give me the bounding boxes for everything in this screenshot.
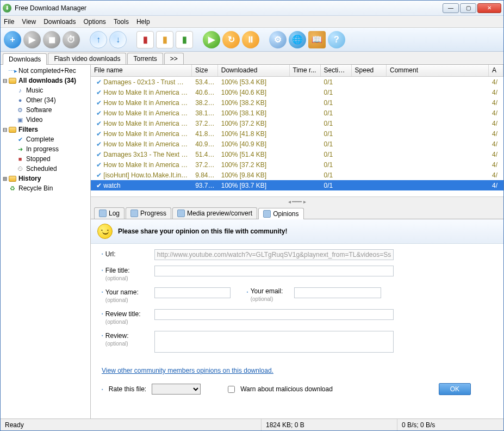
- check-icon: ✔: [96, 161, 102, 169]
- titlebar: ⬇ Free Download Manager — ▢ ✕: [1, 1, 503, 16]
- tree-scheduled[interactable]: ⏲Scheduled: [1, 164, 90, 174]
- table-row[interactable]: ✔ How to Make It in America 1x ...40.6 K…: [91, 87, 503, 97]
- col-time-remaining[interactable]: Time r...: [290, 65, 321, 76]
- table-row[interactable]: ✔ Damages - 02x13 - Trust Me.srt53.4 KB1…: [91, 77, 503, 87]
- col-sections[interactable]: Sections: [321, 65, 352, 76]
- col-added[interactable]: A: [489, 65, 503, 76]
- settings-button[interactable]: ⚙: [269, 31, 287, 48]
- review-textarea[interactable]: [154, 331, 394, 353]
- add-download-button[interactable]: +: [4, 31, 21, 48]
- browser-button[interactable]: 🌐: [289, 31, 306, 48]
- table-row[interactable]: ✔ How to Make It in America 1x ...38.1 K…: [91, 108, 503, 118]
- progress-icon: [130, 210, 138, 217]
- tree-not-completed[interactable]: ⋯▸Not completed+Rec: [1, 66, 90, 76]
- url-input[interactable]: [154, 249, 394, 260]
- help-book-button[interactable]: 📖: [308, 31, 326, 48]
- menu-file[interactable]: File: [4, 18, 14, 26]
- check-icon: ✔: [96, 89, 102, 96]
- stop-button[interactable]: ◼: [43, 31, 60, 48]
- sidebar-tree: ⋯▸Not completed+Rec ⊟All downloads (34) …: [1, 65, 91, 418]
- tab-log[interactable]: Log: [94, 207, 125, 219]
- view-opinions-link[interactable]: View other community members opinions on…: [102, 367, 273, 374]
- table-row[interactable]: ✔ How to Make It in America 1x ...37.2 K…: [91, 118, 503, 128]
- close-button[interactable]: ✕: [477, 3, 501, 13]
- menu-view[interactable]: View: [22, 18, 36, 26]
- check-icon: ✔: [96, 109, 102, 117]
- col-size[interactable]: Size: [192, 65, 218, 76]
- grid-body[interactable]: ✔ Damages - 02x13 - Trust Me.srt53.4 KB1…: [91, 77, 503, 196]
- move-up-button[interactable]: ↑: [90, 31, 107, 48]
- tree-recycle-bin[interactable]: ♻Recycle Bin: [1, 183, 90, 193]
- col-downloaded[interactable]: Downloaded: [218, 65, 290, 76]
- log-icon: [99, 210, 107, 217]
- file-title-label: File title:: [105, 267, 130, 274]
- tab-more[interactable]: >>: [164, 53, 184, 64]
- opinion-panel: Please share your opinion on this file w…: [91, 219, 503, 418]
- table-row[interactable]: ✔ watch93.7 KB100% [93.7 KB]0/14/: [91, 180, 503, 190]
- table-row[interactable]: ✔ Damages 3x13 - The Next One ...51.4 KB…: [91, 149, 503, 159]
- traffic-heavy-button[interactable]: ▮: [176, 31, 193, 48]
- check-icon: ✔: [96, 130, 102, 138]
- maximize-button[interactable]: ▢: [460, 3, 476, 13]
- move-down-button[interactable]: ↓: [109, 31, 127, 48]
- traffic-medium-button[interactable]: ▮: [156, 31, 173, 48]
- tree-filters[interactable]: ⊟Filters: [1, 125, 90, 134]
- opinion-header-text: Please share your opinion on this file w…: [118, 227, 287, 235]
- tree-music[interactable]: ♪Music: [1, 85, 90, 95]
- start-button[interactable]: ▶: [23, 31, 41, 48]
- table-row[interactable]: ✔ How to Make It in America 1x ...37.2 K…: [91, 159, 503, 170]
- table-row[interactable]: ✔ How to Make It in America 1x ...41.8 K…: [91, 128, 503, 139]
- your-email-label: Your email:: [251, 287, 283, 295]
- start-all-button[interactable]: ▶: [203, 31, 220, 48]
- tree-in-progress[interactable]: ➜In progress: [1, 144, 90, 154]
- menu-options[interactable]: Options: [84, 18, 106, 26]
- file-title-input[interactable]: [154, 266, 394, 276]
- your-email-input[interactable]: [294, 287, 381, 298]
- col-comment[interactable]: Comment: [387, 65, 489, 76]
- tree-stopped[interactable]: ■Stopped: [1, 154, 90, 164]
- traffic-light-button[interactable]: ▮: [136, 31, 154, 48]
- horizontal-scrollbar[interactable]: ◂ ━━━ ▸: [91, 196, 503, 206]
- status-speed: 0 B/s; 0 B/s: [397, 419, 439, 430]
- your-name-input[interactable]: [154, 287, 231, 298]
- about-button[interactable]: ?: [328, 31, 345, 48]
- table-row[interactable]: ✔ [isoHunt] How.to.Make.It.in.A ...9.84 …: [91, 170, 503, 180]
- menu-help[interactable]: Help: [136, 18, 150, 26]
- tree-software[interactable]: ⚙Software: [1, 105, 90, 115]
- tab-downloads[interactable]: Downloads: [3, 53, 47, 65]
- col-speed[interactable]: Speed: [352, 65, 387, 76]
- tree-complete[interactable]: ✔Complete: [1, 134, 90, 144]
- table-row[interactable]: ✔ How to Make It in America 1x ...40.9 K…: [91, 139, 503, 149]
- rate-select[interactable]: [152, 384, 201, 395]
- tab-progress[interactable]: Progress: [126, 207, 171, 219]
- stop-all-button[interactable]: ⏸: [242, 31, 259, 48]
- media-icon: [177, 210, 185, 217]
- pause-all-button[interactable]: ↻: [222, 31, 240, 48]
- check-icon: ✔: [96, 140, 102, 148]
- tab-opinions[interactable]: Opinions: [258, 208, 303, 219]
- menu-downloads[interactable]: Downloads: [43, 18, 76, 26]
- check-icon: ✔: [96, 120, 102, 127]
- tree-other[interactable]: ●Other (34): [1, 95, 90, 105]
- main-tabbar: Downloads Flash video downloads Torrents…: [1, 52, 503, 65]
- schedule-button[interactable]: ⏱: [63, 31, 80, 48]
- your-name-label: Your name:: [105, 288, 139, 296]
- col-filename[interactable]: File name: [91, 65, 192, 76]
- main-panel: File name Size Downloaded Time r... Sect…: [91, 65, 503, 418]
- tree-history[interactable]: ⊞History: [1, 174, 90, 183]
- review-title-input[interactable]: [154, 309, 394, 320]
- menu-tools[interactable]: Tools: [114, 18, 129, 26]
- tab-torrents[interactable]: Torrents: [127, 53, 163, 64]
- minimize-button[interactable]: —: [443, 3, 459, 13]
- warn-checkbox[interactable]: [228, 386, 235, 393]
- check-icon: ✔: [96, 182, 102, 189]
- table-row[interactable]: ✔ How to Make It in America 1x ...38.2 K…: [91, 97, 503, 108]
- check-icon: ✔: [96, 99, 102, 107]
- warn-label: Warn about malicious download: [240, 385, 333, 393]
- tab-media-preview[interactable]: Media preview/convert: [172, 207, 257, 219]
- tab-flash-video[interactable]: Flash video downloads: [48, 53, 126, 64]
- tree-video[interactable]: ▣Video: [1, 115, 90, 125]
- detail-tabbar: Log Progress Media preview/convert Opini…: [91, 206, 503, 219]
- tree-all-downloads[interactable]: ⊟All downloads (34): [1, 76, 90, 85]
- ok-button[interactable]: OK: [439, 383, 471, 395]
